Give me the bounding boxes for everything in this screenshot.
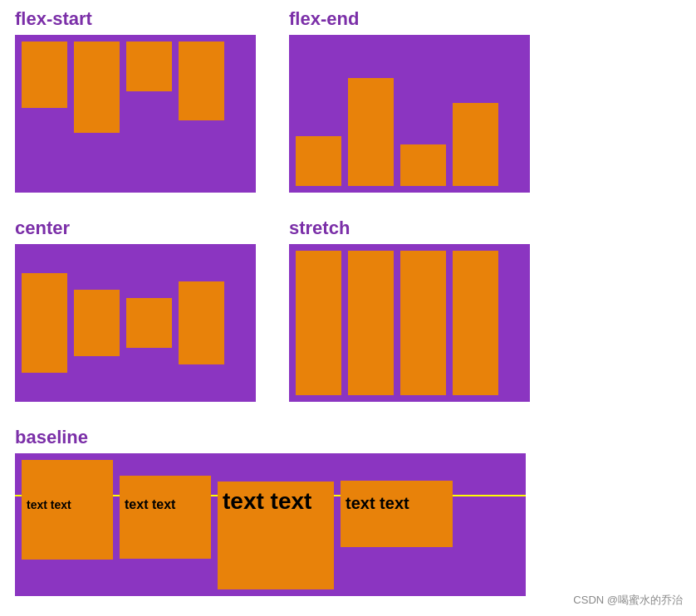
baseline-text-2: text text bbox=[125, 497, 175, 512]
row2: center stretch bbox=[15, 218, 681, 402]
flex-end-box bbox=[289, 35, 530, 193]
flex-start-section: flex-start bbox=[15, 8, 256, 193]
stretch-block-3 bbox=[400, 251, 446, 395]
flex-start-block-1 bbox=[22, 42, 67, 108]
row1: flex-start flex-end bbox=[15, 8, 681, 193]
center-label: center bbox=[15, 218, 256, 239]
flex-start-box bbox=[15, 35, 256, 193]
center-section: center bbox=[15, 218, 256, 402]
center-block-4 bbox=[179, 281, 224, 364]
baseline-item-2: text text bbox=[120, 476, 211, 559]
stretch-label: stretch bbox=[289, 218, 530, 239]
center-box bbox=[15, 244, 256, 402]
baseline-item-1: text text bbox=[22, 460, 113, 560]
baseline-section: baseline text text text text text text t… bbox=[15, 427, 681, 596]
flex-end-block-1 bbox=[296, 136, 341, 186]
watermark: CSDN @喝蜜水的乔治 bbox=[573, 593, 683, 608]
flex-end-block-4 bbox=[453, 103, 498, 186]
baseline-label: baseline bbox=[15, 427, 681, 448]
baseline-text-4: text text bbox=[346, 494, 409, 513]
center-block-1 bbox=[22, 273, 67, 373]
flex-start-block-3 bbox=[126, 42, 172, 91]
flex-end-label: flex-end bbox=[289, 8, 530, 30]
stretch-box bbox=[289, 244, 530, 402]
stretch-section: stretch bbox=[289, 218, 530, 402]
flex-start-label: flex-start bbox=[15, 8, 256, 30]
flex-end-block-3 bbox=[400, 144, 446, 186]
flex-start-block-2 bbox=[74, 42, 120, 133]
baseline-item-4: text text bbox=[341, 481, 453, 547]
center-block-2 bbox=[74, 290, 120, 356]
baseline-text-1: text text bbox=[27, 498, 71, 511]
flex-start-block-4 bbox=[179, 42, 224, 120]
baseline-item-3: text text bbox=[218, 482, 334, 589]
center-block-3 bbox=[126, 298, 172, 348]
flex-end-section: flex-end bbox=[289, 8, 530, 193]
flex-end-block-2 bbox=[348, 78, 394, 186]
stretch-block-2 bbox=[348, 251, 394, 395]
baseline-text-3: text text bbox=[223, 488, 311, 515]
stretch-block-4 bbox=[453, 251, 498, 395]
stretch-block-1 bbox=[296, 251, 341, 395]
baseline-box: text text text text text text text text bbox=[15, 453, 526, 596]
